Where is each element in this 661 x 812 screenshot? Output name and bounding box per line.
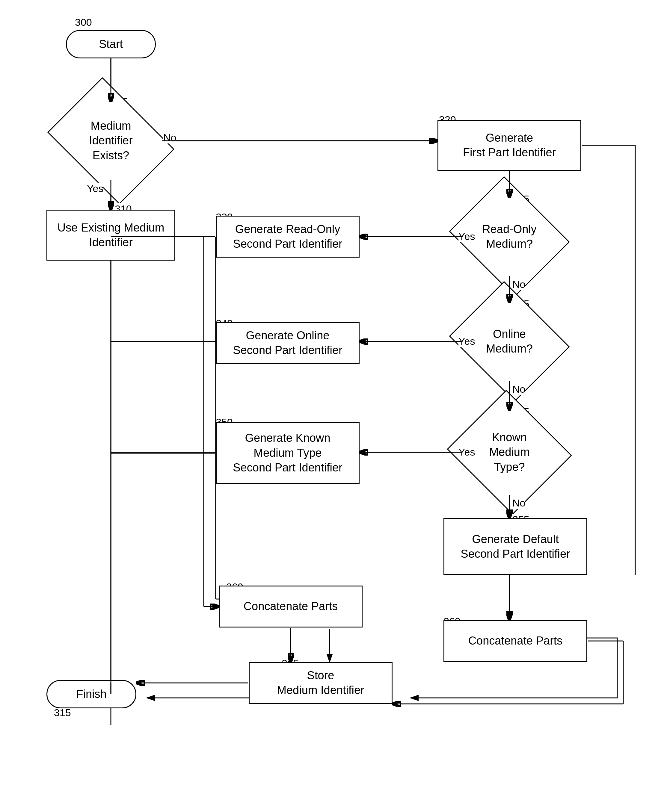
label-345-no: No bbox=[513, 497, 525, 509]
flowchart-diagram: 300 Start 305 MediumIdentifierExists? No… bbox=[0, 0, 661, 812]
node-360b: Concatenate Parts bbox=[444, 620, 587, 662]
node-340: Generate OnlineSecond Part Identifier bbox=[216, 322, 359, 364]
node-315: Finish bbox=[46, 680, 136, 709]
diamond-325: Read-OnlyMedium? bbox=[463, 198, 556, 275]
label-305-no: No bbox=[163, 132, 176, 143]
label-335-no: No bbox=[513, 384, 525, 395]
node-365: StoreMedium Identifier bbox=[249, 662, 393, 704]
label-345-yes: Yes bbox=[458, 446, 475, 458]
ref-315: 315 bbox=[54, 707, 71, 718]
node-350: Generate KnownMedium TypeSecond Part Ide… bbox=[216, 422, 359, 484]
diamond-305: MediumIdentifierExists? bbox=[60, 102, 162, 180]
node-310: Use Existing MediumIdentifier bbox=[46, 210, 175, 261]
ref-300: 300 bbox=[75, 16, 92, 28]
label-335-yes: Yes bbox=[458, 336, 475, 347]
start-node: Start bbox=[66, 30, 156, 58]
node-330: Generate Read-OnlySecond Part Identifier bbox=[216, 216, 359, 258]
label-305-yes: Yes bbox=[87, 183, 103, 194]
diamond-335: OnlineMedium? bbox=[463, 303, 556, 381]
node-355: Generate DefaultSecond Part Identifier bbox=[444, 518, 587, 575]
diamond-345: KnownMediumType? bbox=[463, 410, 556, 494]
node-360a: Concatenate Parts bbox=[219, 586, 362, 627]
label-325-yes: Yes bbox=[458, 231, 475, 242]
label-325-no: No bbox=[513, 279, 525, 290]
node-320: GenerateFirst Part Identifier bbox=[437, 120, 581, 171]
